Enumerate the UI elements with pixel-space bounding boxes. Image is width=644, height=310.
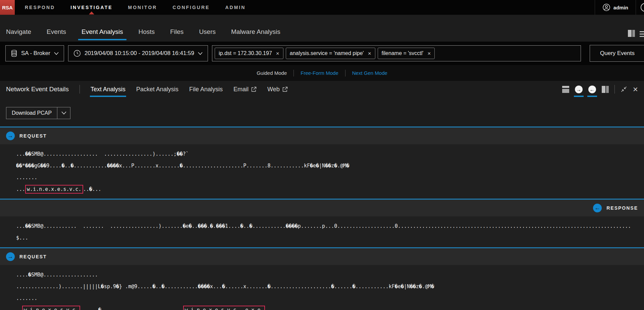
payload-text: ��*���gG��9....�..�...........����x...P.… bbox=[16, 163, 349, 169]
filter-text: analysis.service = 'named pipe' bbox=[290, 50, 364, 56]
event-analysis-panel: Network Event Details Text Analysis Pack… bbox=[0, 81, 644, 310]
subnav-navigate[interactable]: Navigate bbox=[6, 28, 31, 42]
nav-respond[interactable]: RESPOND bbox=[25, 5, 55, 10]
payload-text: ....... bbox=[16, 295, 37, 301]
column-layout-icon[interactable] bbox=[628, 30, 635, 37]
panel-title: Network Event Details bbox=[6, 86, 69, 93]
event-header: →REQUEST bbox=[0, 127, 644, 144]
time-range-selector[interactable]: 2019/04/08 10:15:00 - 2019/04/08 16:41:5… bbox=[68, 45, 208, 61]
database-icon bbox=[11, 50, 17, 57]
tab-web[interactable]: Web bbox=[267, 86, 288, 93]
chevron-down-icon bbox=[198, 52, 203, 55]
request-section: →REQUEST....�SMB@.......................… bbox=[0, 247, 644, 310]
payload-text: ....�SMB@.................. bbox=[16, 272, 98, 278]
divider bbox=[79, 85, 80, 94]
direction-label: RESPONSE bbox=[606, 205, 638, 211]
remove-filter-icon[interactable]: × bbox=[368, 51, 371, 56]
tab-packet-analysis[interactable]: Packet Analysis bbox=[136, 86, 178, 93]
download-pcap-label: Download PCAP bbox=[6, 107, 57, 119]
subnav-files[interactable]: Files bbox=[170, 28, 183, 42]
clock-icon bbox=[73, 50, 81, 57]
payload-body: ...��SMB@........... ....... ...........… bbox=[0, 216, 644, 247]
show-responses-toggle[interactable]: ← bbox=[588, 86, 596, 93]
right-arrow-circle-icon: → bbox=[575, 86, 583, 93]
payload-text: ...��SMB@.................. ............… bbox=[16, 151, 189, 157]
shrink-icon[interactable] bbox=[621, 86, 627, 93]
analysis-tabs-row: Network Event Details Text Analysis Pack… bbox=[0, 81, 644, 98]
panel-controls: → ← × bbox=[562, 85, 638, 94]
tab-email-label: Email bbox=[233, 86, 249, 93]
payload-line: ...��SMB@.................. ............… bbox=[16, 148, 644, 160]
request-section: →REQUEST...��SMB@.................. ....… bbox=[0, 126, 644, 199]
user-menu[interactable]: admin bbox=[595, 3, 636, 11]
filter-text: filename = 'svcctl' bbox=[382, 50, 424, 56]
next-gen-mode-link[interactable]: Next Gen Mode bbox=[352, 70, 387, 76]
payload-line: ..............).......|||||L�sp.9�} .m@9… bbox=[16, 281, 644, 293]
payload-line: ...��SMB@........... ....... ...........… bbox=[16, 220, 644, 232]
query-bar: SA - Broker 2019/04/08 10:15:00 - 2019/0… bbox=[0, 42, 644, 65]
user-name: admin bbox=[613, 5, 628, 10]
toggle-header-icon[interactable] bbox=[562, 86, 569, 93]
subnav-events[interactable]: Events bbox=[47, 28, 66, 42]
query-events-button[interactable]: Query Events bbox=[590, 45, 644, 62]
top-bar: RSA RESPOND INVESTIGATE MONITOR CONFIGUR… bbox=[0, 0, 644, 15]
payload-text: ..�... bbox=[83, 186, 101, 192]
payload-highlight: w.i.n.e.x.e.s.v.c...e.x.e. bbox=[183, 306, 265, 310]
tab-web-label: Web bbox=[267, 86, 280, 93]
download-options-caret[interactable] bbox=[57, 107, 70, 119]
direction-label: REQUEST bbox=[19, 254, 47, 259]
response-left-arrow-icon: ← bbox=[593, 204, 602, 212]
request-right-arrow-icon: → bbox=[6, 252, 15, 261]
settings-panel-icon[interactable] bbox=[640, 30, 644, 37]
payload-text: ... bbox=[16, 186, 25, 192]
filter-pill-analysis-service[interactable]: analysis.service = 'named pipe' × bbox=[286, 48, 375, 59]
nav-monitor[interactable]: MONITOR bbox=[128, 5, 157, 10]
nav-configure[interactable]: CONFIGURE bbox=[172, 5, 210, 10]
nav-investigate[interactable]: INVESTIGATE bbox=[70, 5, 112, 10]
event-header: ←RESPONSE bbox=[0, 200, 644, 216]
tab-file-analysis[interactable]: File Analysis bbox=[189, 86, 223, 93]
subnav-users[interactable]: Users bbox=[199, 28, 216, 42]
query-filter-builder[interactable]: ip.dst = 172.30.30.197 × analysis.servic… bbox=[212, 45, 581, 61]
subnav-malware-analysis[interactable]: Malware Analysis bbox=[231, 28, 280, 42]
remove-filter-icon[interactable]: × bbox=[427, 51, 431, 56]
subnav-event-analysis[interactable]: Event Analysis bbox=[82, 28, 123, 42]
remove-filter-icon[interactable]: × bbox=[276, 51, 279, 56]
subnav-hosts[interactable]: Hosts bbox=[139, 28, 155, 42]
close-icon[interactable]: × bbox=[633, 85, 638, 94]
external-link-icon bbox=[251, 87, 257, 92]
payload-line: ...w.i.n.e.x.e.s.v.c...�... bbox=[16, 184, 644, 195]
divider bbox=[614, 85, 615, 94]
top-bar-right: admin bbox=[595, 0, 644, 15]
payload-line: ....�SMB@.................. bbox=[16, 269, 644, 281]
payload-line: ��*���gG��9....�..�...........����x...P.… bbox=[16, 160, 644, 172]
pcap-toolbar: Download PCAP bbox=[0, 98, 644, 126]
help-icon[interactable] bbox=[641, 3, 644, 12]
left-arrow-circle-icon: ← bbox=[588, 86, 596, 93]
service-selector[interactable]: SA - Broker bbox=[5, 45, 64, 61]
tab-text-analysis[interactable]: Text Analysis bbox=[91, 86, 125, 93]
main-nav: RESPOND INVESTIGATE MONITOR CONFIGURE AD… bbox=[25, 0, 246, 15]
filter-pill-filename[interactable]: filename = 'svcctl' × bbox=[378, 48, 435, 59]
payload-line: ....... bbox=[16, 172, 644, 184]
payload-text: .............................. bbox=[265, 307, 356, 310]
download-pcap-button[interactable]: Download PCAP bbox=[6, 107, 70, 119]
chevron-down-icon bbox=[54, 52, 59, 55]
event-stream: →REQUEST...��SMB@.................. ....… bbox=[0, 126, 644, 310]
show-requests-toggle[interactable]: → bbox=[575, 86, 583, 93]
direction-label: REQUEST bbox=[19, 133, 47, 139]
payload-text: ...��SMB@........... ....... ...........… bbox=[16, 223, 631, 229]
tab-email[interactable]: Email bbox=[233, 86, 257, 93]
toggle-side-panel-icon[interactable] bbox=[602, 86, 609, 93]
response-section: ←RESPONSE...��SMB@........... ....... ..… bbox=[0, 199, 644, 247]
nav-admin[interactable]: ADMIN bbox=[225, 5, 246, 10]
service-name: SA - Broker bbox=[21, 50, 50, 57]
payload-text: ..............).......|||||L�sp.9�} .m@9… bbox=[16, 283, 434, 290]
query-mode-row: Guided Mode Free-Form Mode Next Gen Mode bbox=[0, 65, 644, 81]
guided-mode-link[interactable]: Guided Mode bbox=[257, 70, 287, 76]
payload-highlight: w.i.n.e.x.e.s.v.c. bbox=[22, 306, 80, 310]
filter-text: ip.dst = 172.30.30.197 bbox=[219, 50, 272, 56]
free-form-mode-link[interactable]: Free-Form Mode bbox=[301, 70, 338, 76]
event-header: →REQUEST bbox=[0, 248, 644, 265]
filter-pill-ip-dst[interactable]: ip.dst = 172.30.30.197 × bbox=[215, 48, 283, 59]
